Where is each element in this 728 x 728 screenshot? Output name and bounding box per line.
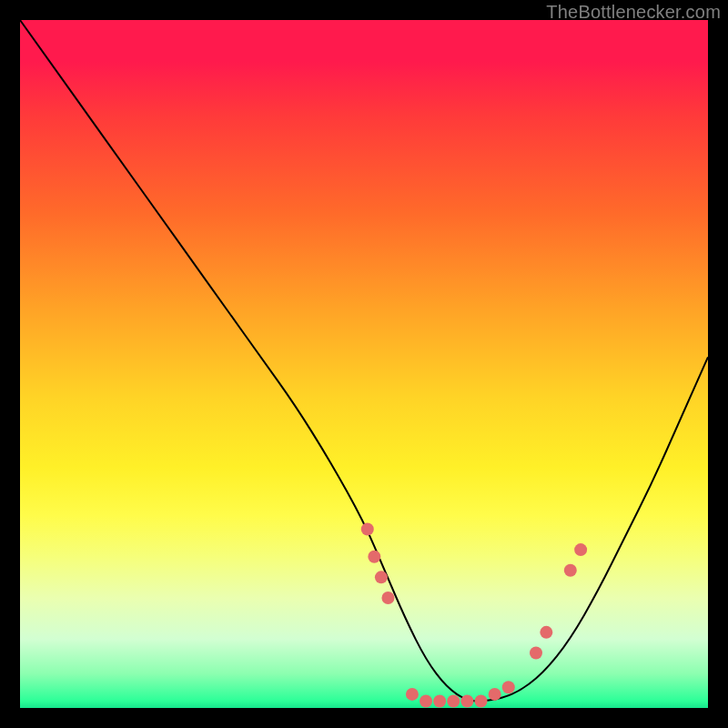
data-marker: [368, 551, 380, 563]
data-marker: [420, 694, 432, 707]
data-marker: [530, 647, 542, 660]
data-marker: [564, 564, 577, 577]
chart-frame: TheBottlenecker.com: [0, 0, 728, 728]
watermark-text: TheBottlenecker.com: [546, 2, 721, 23]
data-marker: [381, 592, 394, 604]
data-marker: [433, 694, 446, 707]
data-marker: [406, 688, 419, 701]
data-marker: [502, 681, 515, 693]
data-marker: [447, 694, 460, 707]
data-marker: [475, 694, 488, 707]
data-marker: [489, 688, 501, 701]
bottleneck-curve: [20, 20, 708, 701]
data-marker: [540, 626, 552, 639]
data-marker: [460, 694, 473, 707]
chart-svg: [20, 20, 708, 708]
data-marker: [361, 522, 374, 535]
data-marker: [375, 571, 388, 583]
data-marker: [574, 543, 587, 556]
plot-area: [20, 20, 708, 708]
data-markers: [361, 522, 587, 707]
